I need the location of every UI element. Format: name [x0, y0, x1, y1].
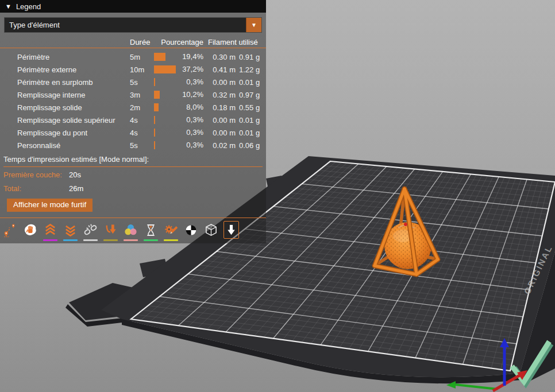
first-layer-label: Première couche:: [3, 170, 69, 179]
seam-dot: [404, 223, 407, 226]
feature-filament-m: 0.00 m: [205, 116, 239, 125]
feature-filament-g: 0.06 g: [239, 141, 263, 150]
dropdown-button[interactable]: ▼: [246, 18, 261, 32]
feature-table: Durée Pourcentage Filament utilisé Périm…: [0, 36, 266, 152]
seams-icon: [83, 221, 98, 239]
table-row: Remplissage solide 2m 8,0% 0.18 m 0.55 g: [0, 101, 266, 114]
center-of-gravity-toggle[interactable]: [183, 221, 199, 241]
feature-duration: 5s: [130, 141, 153, 150]
show-stealth-mode-button[interactable]: Afficher le mode furtif: [7, 199, 92, 212]
percent-bar: [154, 65, 176, 73]
feature-filament-m: 0.00 m: [205, 78, 239, 87]
chevron-down-icon: ▼: [251, 22, 257, 28]
feature-percent: 8,0%: [186, 103, 203, 111]
feature-filament-g: 0.01 g: [239, 78, 263, 87]
table-body: Périmètre 5m 19,4% 0.30 m 0.91 g Périmèt…: [0, 51, 266, 152]
percent-bar: [154, 53, 165, 61]
color-changes-toggle[interactable]: [123, 221, 138, 241]
feature-filament-m: 0.30 m: [205, 53, 239, 61]
table-row: Périmètre externe 10m 37,2% 0.41 m 1.22 …: [0, 63, 266, 76]
table-header: Durée Pourcentage Filament utilisé: [0, 36, 266, 48]
feature-duration: 2m: [130, 103, 153, 112]
feature-duration: 4s: [130, 129, 153, 137]
tool-changes-toggle[interactable]: [103, 221, 118, 241]
percent-bar: [154, 78, 155, 86]
feature-filament-g: 0.97 g: [239, 91, 263, 99]
table-row: Périmètre 5m 19,4% 0.30 m 0.91 g: [0, 51, 266, 63]
total-time-row: Total: 26m: [3, 182, 266, 195]
collapse-triangle-icon[interactable]: ▼: [5, 3, 11, 10]
feature-filament-g: 0.01 g: [239, 129, 263, 137]
custom-gcodes-toggle[interactable]: [163, 221, 179, 241]
view-type-value: Type d'élément: [5, 21, 246, 29]
feature-percent: 37,2%: [182, 65, 203, 73]
feature-duration: 4s: [130, 116, 153, 125]
feature-filament-g: 0.55 g: [239, 103, 263, 112]
feature-label: Périmètre externe: [17, 65, 130, 74]
view-options-toolbar: [0, 218, 266, 241]
total-time-label: Total:: [3, 184, 69, 193]
feature-percent: 10,2%: [182, 90, 203, 99]
retractions-icon: [43, 221, 58, 239]
feature-duration: 5s: [130, 78, 153, 87]
feature-percent: 19,4%: [182, 52, 203, 61]
retractions-toggle[interactable]: [43, 221, 58, 241]
feature-filament-g: 0.01 g: [239, 116, 263, 125]
total-time-value: 26m: [69, 184, 83, 193]
feature-duration: 3m: [130, 91, 153, 99]
feature-label: Périmètre en surplomb: [17, 78, 130, 87]
center-of-gravity-icon: [183, 221, 199, 239]
gcode-viewer-window: ORIGINAL: [0, 0, 555, 392]
feature-label: Remplissage solide: [17, 103, 130, 112]
custom-gcodes-icon: [163, 221, 179, 239]
feature-filament-m: 0.02 m: [205, 141, 239, 150]
feature-label: Remplissage du pont: [17, 129, 130, 137]
view-type-dropdown[interactable]: Type d'élément ▼: [4, 17, 262, 33]
print-times-section: Temps d'impression estimés [Mode normal]…: [0, 153, 266, 212]
tool-changes-icon: [103, 221, 118, 239]
travel-moves-toggle[interactable]: [2, 221, 18, 241]
feature-duration: 5m: [130, 53, 153, 61]
feature-filament-m: 0.41 m: [205, 65, 239, 74]
feature-percent: 0,3%: [186, 77, 203, 86]
pause-prints-toggle[interactable]: [143, 221, 159, 241]
feature-percent: 0,3%: [186, 141, 203, 149]
col-filament: Filament utilisé: [205, 38, 263, 46]
feature-label: Remplissage interne: [17, 91, 130, 99]
wipe-toggle[interactable]: [22, 221, 38, 241]
feature-filament-m: 0.18 m: [205, 103, 239, 112]
table-row: Périmètre en surplomb 5s 0,3% 0.00 m 0.0…: [0, 76, 266, 88]
first-layer-row: Première couche: 20s: [3, 168, 266, 181]
legend-header: ▼ Legend: [0, 0, 266, 13]
shells-icon: [203, 221, 219, 239]
deretractions-icon: [63, 221, 78, 239]
feature-label: Remplissage solide supérieur: [17, 116, 130, 125]
table-row: Remplissage solide supérieur 4s 0,3% 0.0…: [0, 114, 266, 126]
percent-bar: [154, 116, 155, 124]
feature-filament-m: 0.32 m: [205, 91, 239, 99]
legend-title: Legend: [16, 2, 41, 11]
legend-toggle[interactable]: [223, 221, 239, 241]
feature-duration: 10m: [130, 65, 153, 74]
feature-filament-m: 0.00 m: [205, 129, 239, 137]
feature-filament-g: 0.91 g: [239, 53, 263, 61]
percent-bar: [154, 141, 155, 149]
feature-percent: 0,3%: [186, 128, 203, 137]
feature-label: Personnalisé: [17, 141, 130, 150]
legend-panel: Type d'élément ▼ Durée Pourcentage Filam…: [0, 13, 266, 243]
feature-label: Périmètre: [17, 53, 130, 61]
table-row: Remplissage du pont 4s 0,3% 0.00 m 0.01 …: [0, 126, 266, 139]
wipe-icon: [22, 221, 38, 239]
percent-bar: [154, 103, 159, 111]
feature-filament-g: 1.22 g: [239, 65, 263, 74]
percent-bar: [154, 91, 160, 99]
color-changes-icon: [123, 221, 138, 239]
legend-toggle-icon: [223, 221, 239, 239]
shells-toggle[interactable]: [203, 221, 219, 241]
seams-toggle[interactable]: [83, 221, 98, 241]
col-duration: Durée: [130, 38, 153, 46]
table-row: Remplissage interne 3m 10,2% 0.32 m 0.97…: [0, 88, 266, 101]
deretractions-toggle[interactable]: [63, 221, 78, 241]
first-layer-value: 20s: [69, 170, 81, 179]
feature-percent: 0,3%: [186, 115, 203, 124]
